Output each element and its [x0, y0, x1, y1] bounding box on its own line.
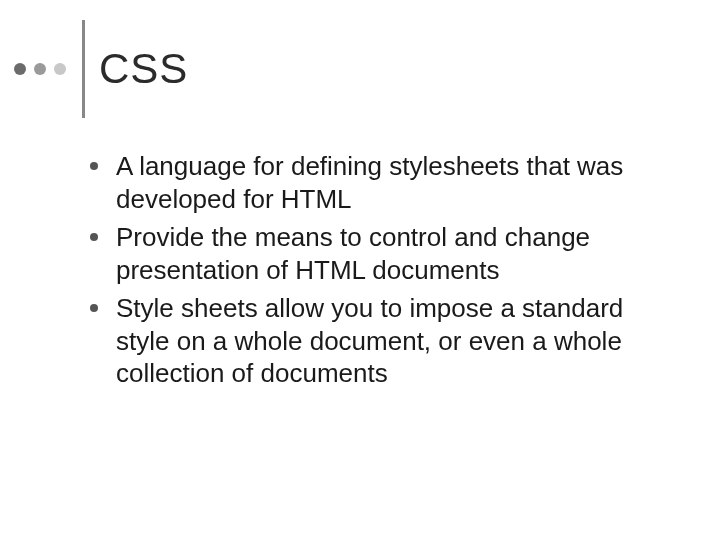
- slide-title: CSS: [99, 45, 188, 93]
- bullet-text: Provide the means to control and change …: [116, 221, 680, 286]
- bullet-icon: [90, 233, 98, 241]
- bullet-text: Style sheets allow you to impose a stand…: [116, 292, 680, 390]
- list-item: Provide the means to control and change …: [90, 221, 680, 286]
- bullet-icon: [90, 304, 98, 312]
- slide-header: CSS: [0, 20, 188, 118]
- bullet-icon: [90, 162, 98, 170]
- dot-icon: [34, 63, 46, 75]
- list-item: A language for defining stylesheets that…: [90, 150, 680, 215]
- list-item: Style sheets allow you to impose a stand…: [90, 292, 680, 390]
- dot-icon: [54, 63, 66, 75]
- title-divider: [82, 20, 85, 118]
- slide-content: A language for defining stylesheets that…: [90, 150, 680, 396]
- decorative-dots: [14, 63, 66, 75]
- bullet-text: A language for defining stylesheets that…: [116, 150, 680, 215]
- dot-icon: [14, 63, 26, 75]
